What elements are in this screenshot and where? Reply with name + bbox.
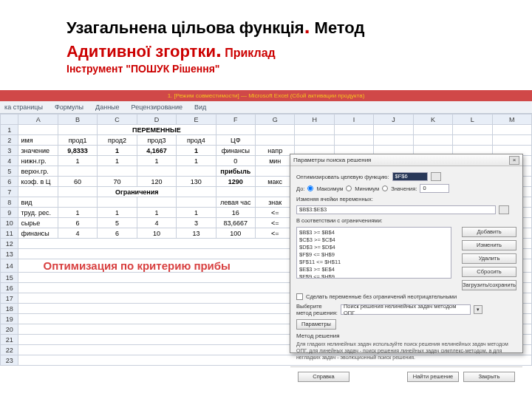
nonneg-checkbox[interactable] bbox=[296, 293, 303, 300]
cell[interactable]: 4 bbox=[137, 218, 176, 228]
row-header[interactable]: 5 bbox=[1, 166, 18, 177]
cell[interactable]: 1 bbox=[177, 208, 216, 218]
close-button[interactable]: Закрыть bbox=[463, 372, 515, 382]
col-header[interactable]: D bbox=[137, 115, 176, 125]
col-header[interactable]: M bbox=[492, 115, 531, 125]
cell[interactable]: 70 bbox=[98, 177, 137, 187]
col-header[interactable]: J bbox=[374, 115, 413, 125]
constraint-item[interactable]: $F$9 <= $H$9 bbox=[299, 251, 449, 259]
cell[interactable]: 60 bbox=[58, 177, 97, 187]
cell[interactable]: имя bbox=[18, 135, 58, 146]
cell[interactable]: верхн.гр. bbox=[18, 166, 58, 177]
row-header[interactable]: 15 bbox=[1, 273, 18, 283]
row-header[interactable]: 18 bbox=[1, 304, 18, 314]
cell[interactable]: 1 bbox=[177, 156, 216, 166]
ribbon-tab[interactable]: Вид bbox=[194, 103, 206, 111]
cell[interactable]: 0 bbox=[216, 156, 255, 166]
row-header[interactable]: 23 bbox=[1, 355, 18, 366]
row-header[interactable]: 13 bbox=[1, 249, 18, 259]
cell[interactable]: прод4 bbox=[177, 135, 216, 146]
cell[interactable]: <= bbox=[256, 208, 295, 218]
cell[interactable]: левая час bbox=[216, 197, 255, 208]
cell[interactable]: ПЕРЕМЕННЫЕ bbox=[98, 125, 216, 135]
cell[interactable]: значение bbox=[18, 146, 58, 156]
constraints-list[interactable]: $B$3 >= $B$4 $C$3 >= $C$4 $D$3 >= $D$4 $… bbox=[296, 227, 451, 279]
cell[interactable]: 1 bbox=[98, 146, 137, 156]
row-header[interactable]: 10 bbox=[1, 218, 18, 228]
col-header[interactable]: L bbox=[453, 115, 492, 125]
cell[interactable]: 4,1667 bbox=[137, 146, 176, 156]
delete-button[interactable]: Удалить bbox=[462, 253, 516, 264]
row-header[interactable]: 11 bbox=[1, 228, 18, 239]
constraint-item[interactable]: $B$3 >= $B$4 bbox=[299, 229, 449, 236]
cell[interactable]: <= bbox=[256, 218, 295, 228]
cell[interactable]: 83,6667 bbox=[216, 218, 255, 228]
col-header[interactable]: H bbox=[295, 115, 334, 125]
cell[interactable]: коэф. в Ц bbox=[18, 177, 58, 187]
row-header[interactable]: 3 bbox=[1, 146, 18, 156]
cell[interactable]: 1 bbox=[137, 156, 176, 166]
cell[interactable]: сырье bbox=[18, 218, 58, 228]
cell[interactable]: 1290 bbox=[216, 177, 255, 187]
col-header[interactable]: E bbox=[177, 115, 216, 125]
cell[interactable]: 6 bbox=[58, 218, 97, 228]
cell[interactable]: нижн.гр. bbox=[18, 156, 58, 166]
row-header[interactable]: 17 bbox=[1, 293, 18, 304]
cell[interactable]: финансы bbox=[18, 228, 58, 239]
cell[interactable]: 120 bbox=[137, 177, 176, 187]
cell[interactable]: прод3 bbox=[137, 135, 176, 146]
constraint-item[interactable]: $C$3 >= $C$4 bbox=[299, 236, 449, 244]
col-header[interactable]: A bbox=[18, 115, 58, 125]
radio-max[interactable] bbox=[307, 185, 313, 191]
cell[interactable]: прибыль bbox=[216, 166, 255, 177]
method-select[interactable]: Поиск решения нелинейных задач методом О… bbox=[341, 304, 471, 315]
cell[interactable]: 6 bbox=[98, 228, 137, 239]
row-header[interactable]: 12 bbox=[1, 239, 18, 249]
cell[interactable]: напр bbox=[256, 146, 295, 156]
ribbon-tab[interactable]: Данные bbox=[95, 103, 120, 111]
add-button[interactable]: Добавить bbox=[462, 227, 516, 237]
cell[interactable]: 16 bbox=[216, 208, 255, 218]
constraint-item[interactable]: $F$11 <= $H$11 bbox=[299, 259, 449, 266]
row-header[interactable]: 14 bbox=[1, 259, 18, 273]
cell[interactable]: прод1 bbox=[58, 135, 97, 146]
cell[interactable]: мин bbox=[256, 156, 295, 166]
row-header[interactable]: 8 bbox=[1, 197, 18, 208]
cell[interactable]: макс bbox=[256, 177, 295, 187]
constraint-item[interactable]: $D$3 >= $D$4 bbox=[299, 244, 449, 251]
row-header[interactable]: 2 bbox=[1, 135, 18, 146]
reset-button[interactable]: Сбросить bbox=[462, 267, 516, 277]
row-header[interactable]: 1 bbox=[1, 125, 18, 135]
col-header[interactable]: G bbox=[256, 115, 295, 125]
cell[interactable]: финансы bbox=[216, 146, 255, 156]
cell[interactable]: ЦФ bbox=[216, 135, 255, 146]
col-header[interactable]: C bbox=[98, 115, 137, 125]
cell[interactable]: 1 bbox=[98, 208, 137, 218]
load-save-button[interactable]: Загрузить/сохранить bbox=[462, 280, 516, 290]
cell[interactable]: 1 bbox=[98, 156, 137, 166]
cell[interactable]: Ограничения bbox=[98, 187, 177, 197]
cell[interactable]: вид bbox=[18, 197, 58, 208]
row-header[interactable]: 22 bbox=[1, 345, 18, 355]
row-header[interactable]: 16 bbox=[1, 283, 18, 293]
value-input[interactable]: 0 bbox=[420, 184, 449, 193]
row-header[interactable]: 7 bbox=[1, 187, 18, 197]
cell[interactable]: знак bbox=[256, 197, 295, 208]
cell[interactable]: 13 bbox=[177, 228, 216, 239]
help-button[interactable]: Справка bbox=[298, 372, 349, 382]
ribbon-tab[interactable]: Рецензирование bbox=[132, 103, 183, 111]
solve-button[interactable]: Найти решение bbox=[407, 372, 459, 382]
cell[interactable]: 100 bbox=[216, 228, 255, 239]
col-header[interactable]: F bbox=[216, 115, 255, 125]
change-button[interactable]: Изменить bbox=[462, 240, 516, 250]
chevron-down-icon[interactable]: ▾ bbox=[474, 305, 482, 314]
range-picker-icon[interactable] bbox=[431, 172, 441, 181]
dialog-titlebar[interactable]: Параметры поиска решения × bbox=[290, 154, 522, 166]
constraint-item[interactable]: $E$3 >= $E$4 bbox=[299, 266, 449, 273]
constraint-item[interactable]: $F$9 <= $H$9 bbox=[299, 273, 449, 279]
cell[interactable]: 1 bbox=[137, 208, 176, 218]
cell[interactable]: 1 bbox=[177, 146, 216, 156]
cell[interactable]: прод2 bbox=[98, 135, 137, 146]
row-header[interactable]: 20 bbox=[1, 324, 18, 335]
changing-cells-input[interactable]: $B$3:$E$3 bbox=[296, 205, 496, 214]
